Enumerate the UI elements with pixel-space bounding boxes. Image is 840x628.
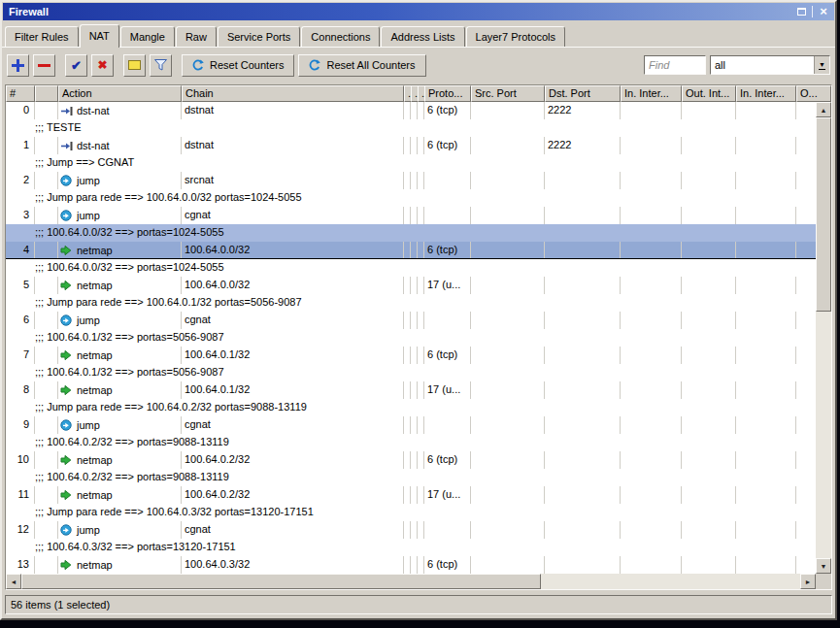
netmap-icon [60, 454, 73, 466]
cell-out-interface [682, 381, 736, 399]
comment-row[interactable]: ;;; TESTE [6, 119, 816, 137]
plus-icon [12, 59, 24, 72]
maximize-button[interactable] [794, 5, 808, 18]
rule-row-7[interactable]: 7netmap100.64.0.1/326 (tcp) [6, 347, 816, 364]
column-header-dst-port[interactable]: Dst. Port [545, 85, 621, 102]
rule-row-13[interactable]: 13netmap100.64.0.3/326 (tcp) [6, 556, 816, 574]
cell-chain: cgnat [182, 416, 404, 434]
reset-all-counters-button[interactable]: Reset All Counters [298, 54, 425, 77]
disable-button[interactable]: ✖ [91, 54, 114, 77]
comment-row[interactable]: ;;; 100.64.0.0/32 ==> portas=1024-5055 [6, 224, 816, 242]
cell-dst-port: 2222 [545, 137, 621, 154]
rule-row-11[interactable]: 11netmap100.64.0.2/3217 (u... [6, 486, 816, 504]
cell-out-interface-list [796, 381, 816, 399]
column-header-chain[interactable]: Chain [182, 85, 404, 102]
rule-row-6[interactable]: 6jumpcgnat [6, 312, 816, 329]
cell-t2 [411, 347, 418, 364]
netmap-icon [60, 384, 73, 396]
tab-filter-rules[interactable]: Filter Rules [5, 26, 79, 47]
tab-nat[interactable]: NAT [80, 24, 119, 48]
comment-row[interactable]: ;;; 100.64.0.2/32 ==> portas=9088-13119 [6, 434, 816, 451]
column-header-out-int[interactable]: Out. Int... [682, 85, 736, 102]
cell-proto [424, 207, 471, 224]
cell-t3 [418, 277, 424, 294]
cell-t1 [404, 242, 411, 258]
comment-row[interactable]: ;;; 100.64.0.0/32 ==> portas=1024-5055 [6, 259, 816, 277]
rule-row-3[interactable]: 3jumpcgnat [6, 207, 816, 224]
cell-t1 [404, 486, 411, 504]
cell-chain: cgnat [182, 207, 404, 224]
cell-src-port [471, 416, 545, 434]
tab-service-ports[interactable]: Service Ports [218, 26, 300, 47]
column-header-o[interactable]: O... [796, 85, 831, 102]
comment-row[interactable]: ;;; 100.64.0.1/32 ==> portas=5056-9087 [6, 364, 816, 381]
comment-row[interactable]: ;;; 100.64.0.3/32 ==> portas=13120-17151 [6, 539, 816, 556]
rule-row-5[interactable]: 5netmap100.64.0.0/3217 (u... [6, 277, 816, 294]
cell-t3 [418, 102, 424, 119]
tab-layer7-protocols[interactable]: Layer7 Protocols [466, 26, 566, 47]
column-header-action[interactable]: Action [58, 85, 182, 102]
reset-all-counters-label: Reset All Counters [326, 59, 415, 71]
rule-row-4[interactable]: 4netmap100.64.0.0/326 (tcp) [6, 242, 816, 259]
comment-row[interactable]: ;;; Jump ==> CGNAT [6, 154, 816, 172]
cell-num: 0 [6, 102, 35, 119]
scroll-left-button[interactable]: ◄ [6, 574, 21, 589]
comment-row[interactable]: ;;; Jump para rede ==> 100.64.0.1/32 por… [6, 294, 816, 312]
comment-row[interactable]: ;;; 100.64.0.2/32 ==> portas=9088-13119 [6, 469, 816, 486]
comment-row[interactable]: ;;; Jump para rede ==> 100.64.0.2/32 por… [6, 399, 816, 416]
rule-row-1[interactable]: 1dst-natdstnat6 (tcp)2222 [6, 137, 816, 154]
rule-row-8[interactable]: 8netmap100.64.0.1/3217 (u... [6, 381, 816, 399]
cell-t1 [404, 521, 411, 539]
action-label: netmap [77, 347, 113, 364]
tab-raw[interactable]: Raw [176, 26, 217, 47]
enable-button[interactable]: ✔ [65, 54, 87, 77]
column-header-col1[interactable] [35, 85, 58, 102]
add-button[interactable] [7, 54, 29, 77]
comment-row[interactable]: ;;; 100.64.0.1/32 ==> portas=5056-9087 [6, 329, 816, 347]
scroll-right-button[interactable]: ► [800, 574, 816, 589]
cell-num: 7 [6, 347, 35, 364]
rule-row-10[interactable]: 10netmap100.64.0.2/326 (tcp) [6, 451, 816, 469]
cell-out-interface-list [796, 416, 816, 434]
rule-row-12[interactable]: 12jumpcgnat [6, 521, 816, 539]
column-header-col0[interactable]: # [6, 85, 35, 102]
dropdown-arrow-button[interactable]: ▼ [814, 56, 829, 74]
scroll-right-icon: ► [805, 578, 812, 585]
horizontal-scroll-track[interactable] [541, 574, 800, 589]
scroll-up-button[interactable]: ▲ [816, 102, 831, 117]
cell-proto: 6 (tcp) [424, 137, 471, 154]
horizontal-scrollbar[interactable]: ◄ ► [6, 574, 816, 589]
cell-src-port [471, 172, 545, 189]
column-header-proto[interactable]: Proto... [424, 85, 471, 102]
tab-mangle[interactable]: Mangle [120, 26, 175, 47]
tab-address-lists[interactable]: Address Lists [381, 26, 464, 47]
rule-row-9[interactable]: 9jumpcgnat [6, 416, 816, 434]
comment-button[interactable] [123, 54, 146, 77]
tab-connections[interactable]: Connections [301, 26, 380, 47]
close-button[interactable]: × [817, 5, 830, 18]
remove-button[interactable] [33, 54, 55, 77]
comment-row[interactable]: ;;; Jump para rede ==> 100.64.0.3/32 por… [6, 504, 816, 521]
filter-dropdown[interactable]: all ▼ [710, 55, 830, 75]
horizontal-scroll-thumb[interactable] [21, 574, 541, 589]
column-header-src-port[interactable]: Src. Port [471, 85, 545, 102]
reset-counters-button[interactable]: Reset Counters [182, 54, 294, 77]
comment-row[interactable]: ;;; Jump para rede ==> 100.64.0.0/32 por… [6, 189, 816, 207]
rule-row-2[interactable]: 2jumpsrcnat [6, 172, 816, 189]
titlebar[interactable]: Firewall × [3, 3, 834, 20]
cell-out-interface-list [796, 486, 816, 504]
column-header-in-inter[interactable]: In. Inter... [621, 85, 682, 102]
cell-t2 [411, 381, 418, 399]
cell-dst-port [545, 312, 621, 329]
rule-row-0[interactable]: 0dst-natdstnat6 (tcp)2222 [6, 102, 816, 119]
scroll-down-button[interactable]: ▼ [816, 558, 831, 574]
vertical-scroll-track[interactable] [816, 117, 831, 558]
cell-in-interface-list [736, 277, 796, 294]
filter-button[interactable] [150, 54, 172, 77]
find-input[interactable] [644, 55, 706, 75]
cell-proto: 6 (tcp) [424, 347, 471, 364]
column-header-in-inter[interactable]: In. Inter... [736, 85, 796, 102]
vertical-scrollbar[interactable]: ▲ ▼ [816, 102, 831, 574]
cell-t3 [418, 312, 424, 329]
vertical-scroll-thumb[interactable] [816, 117, 831, 312]
